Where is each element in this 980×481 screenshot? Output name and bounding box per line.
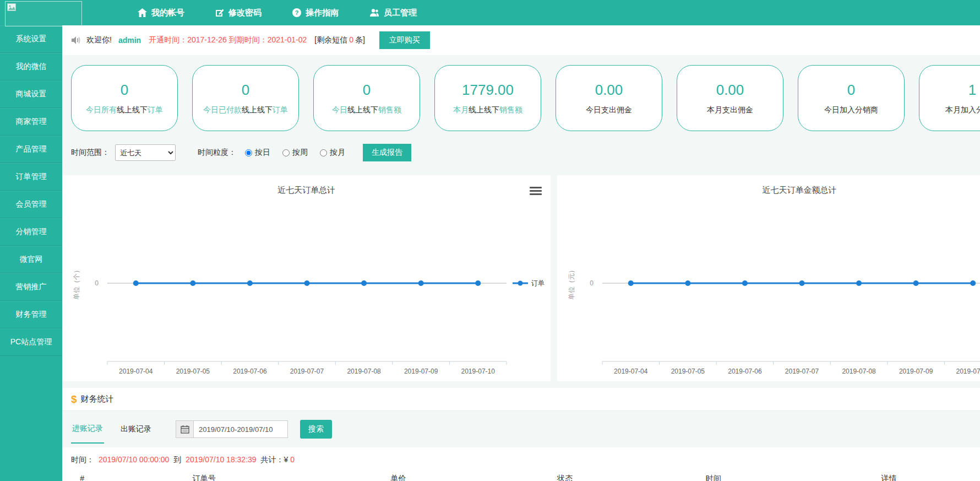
finance-tabs-row: 进账记录 出账记录 搜索 <box>62 414 980 444</box>
calendar-icon[interactable] <box>176 420 193 438</box>
x-axis-label: 2019-07-04 <box>614 367 648 375</box>
granularity-radio[interactable] <box>245 149 252 156</box>
x-axis-label: 2019-07-07 <box>785 367 819 375</box>
line-chart: 单位（元）02019-07-042019-07-052019-07-062019… <box>557 203 980 379</box>
granularity-option-1[interactable]: 按周 <box>282 148 308 158</box>
records-section: 时间： 2019/07/10 00:00:00 到 2019/07/10 18:… <box>62 447 980 481</box>
nav-item-0[interactable]: 我的帐号 <box>138 8 184 18</box>
granularity-option-2[interactable]: 按月 <box>320 148 345 158</box>
edit-password-icon <box>215 8 224 17</box>
stat-label: 今日加入分销商 <box>824 105 878 115</box>
records-start-time: 2019/07/10 00:00:00 <box>99 455 169 464</box>
data-point <box>856 280 862 286</box>
x-axis-label: 2019-07-09 <box>404 367 438 375</box>
stat-card: 0 今日所有线上线下订单 <box>71 65 178 131</box>
column-header-4: 时间 <box>706 474 721 481</box>
chart-menu-icon[interactable] <box>530 185 542 197</box>
x-axis-label: 2019-07-09 <box>899 367 933 375</box>
stat-value: 0.00 <box>595 82 623 99</box>
x-axis-label: 2019-07-10 <box>461 367 496 375</box>
granularity-radio[interactable] <box>282 149 290 156</box>
sidebar-item-2[interactable]: 商城设置 <box>0 80 62 108</box>
filter-bar: 时间范围： 近七天 时间粒度： 按日 按周 按月 生成报告 <box>71 141 980 164</box>
column-header-1: 订单号 <box>193 474 216 481</box>
sidebar: 系统设置 我的微信 商城设置 商家管理 产品管理 订单管理 会员管理 分销管理 … <box>0 25 62 481</box>
x-axis-label: 2019-07-04 <box>119 367 153 375</box>
x-axis-label: 2019-07-08 <box>842 367 876 375</box>
sms-remaining: [剩余短信0条] <box>314 35 365 45</box>
data-point <box>418 280 424 286</box>
column-header-3: 状态 <box>557 474 573 481</box>
records-time-summary: 时间： 2019/07/10 00:00:00 到 2019/07/10 18:… <box>71 455 971 465</box>
y-axis-zero-tick: 0 <box>95 279 99 287</box>
finance-title: 财务统计 <box>81 394 114 404</box>
y-axis-zero-tick: 0 <box>590 279 594 287</box>
dashboard-page: 我的帐号 修改密码 ? 操作指南 员工管理 系统设置 我的微信 商城设置 商家管… <box>0 0 980 481</box>
main-content: 欢迎你! admin 开通时间：2017-12-26 到期时间：2021-01-… <box>62 25 980 481</box>
x-axis-label: 2019-07-05 <box>671 367 705 375</box>
x-axis-label: 2019-07-10 <box>956 367 980 375</box>
stat-card: 0.00 本月支出佣金 <box>677 65 783 131</box>
legend-label[interactable]: 订单 <box>531 279 545 287</box>
sidebar-item-8[interactable]: 微官网 <box>0 246 62 273</box>
data-point <box>799 280 805 286</box>
column-header-0: # <box>80 474 84 481</box>
username: admin <box>118 36 141 45</box>
data-point <box>361 280 367 286</box>
svg-text:?: ? <box>295 9 299 16</box>
nav-item-1[interactable]: 修改密码 <box>215 8 262 18</box>
generate-report-button[interactable]: 生成报告 <box>363 144 411 161</box>
data-point <box>685 280 690 286</box>
charts-row: 近七天订单总计 单位（个）02019-07-042019-07-052019-0… <box>62 175 980 381</box>
legend-marker-dot <box>518 281 523 286</box>
sidebar-item-1[interactable]: 我的微信 <box>0 53 62 80</box>
nav-item-3[interactable]: 员工管理 <box>369 8 417 18</box>
y-axis-unit-label: 单位（元） <box>568 267 575 300</box>
granularity-radio[interactable] <box>320 149 327 156</box>
stat-value: 1779.00 <box>462 82 514 99</box>
x-axis-label: 2019-07-08 <box>347 367 381 375</box>
records-table-header: #订单号单价状态时间详情 <box>71 474 971 481</box>
sidebar-item-9[interactable]: 营销推广 <box>0 273 62 301</box>
sidebar-item-6[interactable]: 会员管理 <box>0 191 62 218</box>
column-header-2: 单价 <box>390 474 406 481</box>
dollar-icon: $ <box>71 393 77 406</box>
stat-label: 本月线上线下销售额 <box>453 105 522 115</box>
welcome-bar: 欢迎你! admin 开通时间：2017-12-26 到期时间：2021-01-… <box>62 25 980 55</box>
time-range-select[interactable]: 近七天 <box>115 144 176 161</box>
top-navigation: 我的帐号 修改密码 ? 操作指南 员工管理 <box>138 0 417 25</box>
stat-value: 0 <box>121 82 128 99</box>
buy-now-button[interactable]: 立即购买 <box>379 31 430 49</box>
stat-card: 0.00 今日支出佣金 <box>556 65 662 131</box>
line-chart: 单位（个）02019-07-042019-07-052019-07-062019… <box>62 203 547 379</box>
time-range-label: 时间范围： <box>71 148 110 158</box>
date-range-input[interactable] <box>193 420 288 438</box>
tab-expense-records[interactable]: 出账记录 <box>119 415 153 443</box>
data-point <box>133 280 139 286</box>
data-point <box>742 280 748 286</box>
sidebar-item-0[interactable]: 系统设置 <box>0 25 62 53</box>
sidebar-item-10[interactable]: 财务管理 <box>0 301 62 328</box>
stat-label: 今日已付款线上线下订单 <box>203 105 288 115</box>
sidebar-item-7[interactable]: 分销管理 <box>0 218 62 246</box>
topbar: 我的帐号 修改密码 ? 操作指南 员工管理 <box>0 0 980 25</box>
granularity-options: 按日 按周 按月 <box>245 148 357 158</box>
stat-label: 本月加入分销商 <box>945 105 980 115</box>
granularity-option-0[interactable]: 按日 <box>245 148 270 158</box>
stat-label: 今日线上线下销售额 <box>332 105 401 115</box>
records-end-time: 2019/07/10 18:32:39 <box>186 455 256 464</box>
chart-title: 近七天订单总计 <box>62 185 551 196</box>
search-button[interactable]: 搜索 <box>300 420 332 439</box>
tab-income-records[interactable]: 进账记录 <box>71 415 104 444</box>
data-point <box>628 280 634 286</box>
sidebar-item-3[interactable]: 商家管理 <box>0 108 62 136</box>
data-point <box>475 280 481 286</box>
sidebar-item-4[interactable]: 产品管理 <box>0 136 62 163</box>
stat-label: 今日支出佣金 <box>586 105 632 115</box>
question-icon: ? <box>292 8 301 17</box>
nav-item-2[interactable]: ? 操作指南 <box>292 8 339 18</box>
sidebar-item-5[interactable]: 订单管理 <box>0 163 62 191</box>
x-axis-label: 2019-07-07 <box>290 367 324 375</box>
sidebar-item-11[interactable]: PC站点管理 <box>0 328 62 356</box>
speaker-icon <box>71 36 81 45</box>
